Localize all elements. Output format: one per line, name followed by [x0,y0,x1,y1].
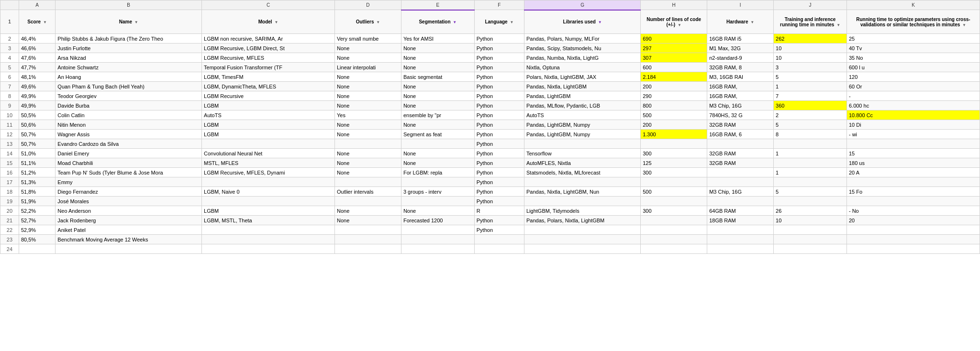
cell-f[interactable]: Python [474,72,524,82]
cell-f[interactable]: Python [474,187,524,197]
name-filter-arrow[interactable]: ▼ [134,20,138,24]
cell-f[interactable]: Python [474,197,524,206]
cell-h[interactable] [641,235,707,244]
cell-a[interactable]: 50,6% [19,120,55,130]
cell-k[interactable]: 15 Fo [846,187,980,197]
cell-d[interactable]: None [334,44,401,53]
cell-c[interactable]: LGBM, TimesFM [202,72,335,82]
cell-k[interactable]: 120 [846,72,980,82]
cell-f[interactable] [474,235,524,244]
cell-i[interactable]: M3, 16GB RAI [707,72,774,82]
cell-b[interactable]: Team Pup N' Suds (Tyler Blume & Jose Mor… [56,168,202,177]
cell-e[interactable] [401,197,474,206]
cell-g[interactable]: Pandas, Nixtla, LightGBM, Nun [524,187,641,197]
cell-e[interactable]: None [401,206,474,216]
cell-h[interactable]: 297 [641,44,707,53]
cell-j[interactable]: 5 [774,120,847,130]
segmentation-filter-arrow[interactable]: ▼ [453,20,457,24]
cell-h[interactable]: 600 [641,63,707,72]
outliers-filter-arrow[interactable]: ▼ [376,20,380,24]
cell-j[interactable] [774,225,847,235]
cell-j[interactable] [774,158,847,168]
cell-f[interactable] [474,244,524,254]
cell-j[interactable]: 1 [774,149,847,158]
cell-c[interactable]: LGBM Recursive, LGBM Direct, St [202,44,335,53]
cell-k[interactable] [846,235,980,244]
cell-b[interactable]: Teodor Georgiev [56,91,202,101]
cell-h[interactable] [641,139,707,149]
cell-c[interactable] [202,225,335,235]
cell-b[interactable]: Davide Burba [56,101,202,110]
cell-e[interactable] [401,244,474,254]
cell-b[interactable]: Nitin Menon [56,120,202,130]
cell-k[interactable]: - [846,91,980,101]
cell-g[interactable]: Polars, Nixtla, LightGBM, JAX [524,72,641,82]
language-filter-arrow[interactable]: ▼ [510,20,513,24]
cell-h[interactable]: 290 [641,91,707,101]
cell-i[interactable] [707,177,774,187]
cell-j[interactable]: 3 [774,63,847,72]
cell-k[interactable]: - No [846,206,980,216]
header-segmentation[interactable]: Segmentation ▼ [401,10,474,34]
cell-a[interactable]: 52,2% [19,206,55,216]
cell-e[interactable]: None [401,101,474,110]
cell-h[interactable]: 200 [641,82,707,91]
cell-h[interactable]: 2.184 [641,72,707,82]
cell-k[interactable]: 6.000 hc [846,101,980,110]
cell-f[interactable]: Python [474,177,524,187]
cell-j[interactable]: 2 [774,110,847,120]
cell-b[interactable]: Moad Charbhili [56,158,202,168]
cell-e[interactable]: None [401,53,474,63]
cell-e[interactable] [401,235,474,244]
cell-g[interactable]: AutoMFLES, Nixtla [524,158,641,168]
cell-h[interactable] [641,244,707,254]
cell-g[interactable] [524,225,641,235]
col-letter-e[interactable]: E [401,0,474,10]
cell-h[interactable] [641,216,707,225]
cell-i[interactable] [707,168,774,177]
cell-a[interactable]: 49,6% [19,82,55,91]
model-filter-arrow[interactable]: ▼ [274,20,278,24]
cell-j[interactable]: 1 [774,82,847,91]
cell-a[interactable]: 51,3% [19,177,55,187]
cell-i[interactable] [707,197,774,206]
cell-c[interactable]: MSTL, MFLES [202,158,335,168]
cell-a[interactable]: 52,9% [19,225,55,235]
cell-h[interactable] [641,225,707,235]
cell-j[interactable] [774,197,847,206]
col-letter-c[interactable]: C [202,0,335,10]
cell-k[interactable]: 40 Tv [846,44,980,53]
cell-d[interactable]: Outlier intervals [334,187,401,197]
col-letter-a[interactable]: A [19,0,55,10]
cell-a[interactable]: 47,7% [19,63,55,72]
cell-e[interactable]: None [401,120,474,130]
cell-f[interactable]: Python [474,110,524,120]
cell-j[interactable] [774,139,847,149]
cell-e[interactable]: For LGBM: repla [401,168,474,177]
cell-i[interactable]: M3 Chip, 16G [707,101,774,110]
cell-c[interactable]: LGBM, MSTL, Theta [202,216,335,225]
cell-d[interactable]: None [334,72,401,82]
cell-e[interactable]: None [401,82,474,91]
cell-g[interactable] [524,139,641,149]
cell-g[interactable]: Pandas, Scipy, Statsmodels, Nu [524,44,641,53]
cell-d[interactable]: None [334,168,401,177]
cell-j[interactable]: 360 [774,101,847,110]
cell-j[interactable]: 5 [774,187,847,197]
cell-g[interactable]: Pandas, LightGBM [524,91,641,101]
cell-k[interactable]: 10.800 Cc [846,110,980,120]
cell-f[interactable]: Python [474,120,524,130]
cell-c[interactable] [202,244,335,254]
cell-f[interactable]: Python [474,101,524,110]
cell-a[interactable]: 51,1% [19,158,55,168]
cell-c[interactable]: LGBM Recursive [202,91,335,101]
cell-j[interactable]: 10 [774,44,847,53]
cell-g[interactable] [524,244,641,254]
cell-i[interactable] [707,225,774,235]
cell-b[interactable]: Neo Anderson [56,206,202,216]
cell-b[interactable]: Philip Stubbs & Jakub Figura (The Zero T… [56,34,202,44]
cell-f[interactable]: R [474,206,524,216]
cell-j[interactable]: 7 [774,91,847,101]
cell-k[interactable]: 600 l u [846,63,980,72]
cell-c[interactable]: Temporal Fusion Transformer (TF [202,63,335,72]
